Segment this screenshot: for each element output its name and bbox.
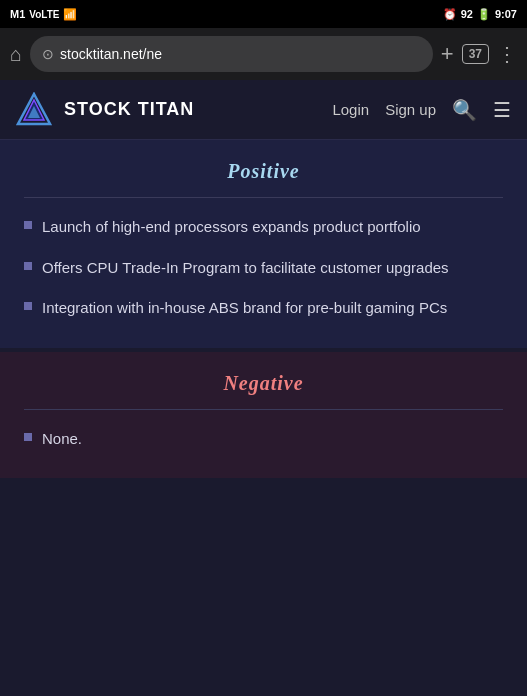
network-icon: VoLTE <box>29 9 59 20</box>
signup-link[interactable]: Sign up <box>385 101 436 118</box>
add-tab-button[interactable]: + <box>441 41 454 67</box>
brand-name: STOCK TITAN <box>64 99 320 120</box>
nav-links: Login Sign up 🔍 ☰ <box>332 98 511 122</box>
list-item: None. <box>24 428 503 451</box>
positive-bullet-1: Launch of high-end processors expands pr… <box>42 216 421 239</box>
list-item: Offers CPU Trade-In Program to facilitat… <box>24 257 503 280</box>
time-text: 9:07 <box>495 8 517 20</box>
alarm-icon: ⏰ <box>443 8 457 21</box>
battery-icon: 🔋 <box>477 8 491 21</box>
positive-bullet-list: Launch of high-end processors expands pr… <box>24 216 503 320</box>
positive-bullet-3: Integration with in-house ABS brand for … <box>42 297 447 320</box>
url-text: stocktitan.net/ne <box>60 46 162 62</box>
url-bar[interactable]: ⊙ stocktitan.net/ne <box>30 36 433 72</box>
bullet-icon <box>24 433 32 441</box>
browser-actions: + 37 ⋮ <box>441 41 517 67</box>
navbar: STOCK TITAN Login Sign up 🔍 ☰ <box>0 80 527 140</box>
browser-menu-icon[interactable]: ⋮ <box>497 42 517 66</box>
home-icon[interactable]: ⌂ <box>10 43 22 66</box>
tab-count[interactable]: 37 <box>462 44 489 64</box>
status-left: M1 VoLTE 📶 <box>10 8 77 21</box>
search-icon[interactable]: 🔍 <box>452 98 477 122</box>
positive-section: Positive Launch of high-end processors e… <box>0 140 527 352</box>
positive-title: Positive <box>24 160 503 183</box>
carrier-text: M1 <box>10 8 25 20</box>
bullet-icon <box>24 302 32 310</box>
battery-text: 92 <box>461 8 473 20</box>
negative-divider <box>24 409 503 410</box>
negative-bullet-1: None. <box>42 428 82 451</box>
positive-bullet-2: Offers CPU Trade-In Program to facilitat… <box>42 257 449 280</box>
logo-icon <box>16 92 52 128</box>
status-right: ⏰ 92 🔋 9:07 <box>443 8 517 21</box>
bullet-icon <box>24 221 32 229</box>
list-item: Integration with in-house ABS brand for … <box>24 297 503 320</box>
positive-divider <box>24 197 503 198</box>
login-link[interactable]: Login <box>332 101 369 118</box>
menu-icon[interactable]: ☰ <box>493 98 511 122</box>
negative-bullet-list: None. <box>24 428 503 451</box>
signal-icon: 📶 <box>63 8 77 21</box>
bullet-icon <box>24 262 32 270</box>
status-bar: M1 VoLTE 📶 ⏰ 92 🔋 9:07 <box>0 0 527 28</box>
content: Positive Launch of high-end processors e… <box>0 140 527 478</box>
negative-section: Negative None. <box>0 352 527 479</box>
list-item: Launch of high-end processors expands pr… <box>24 216 503 239</box>
negative-title: Negative <box>24 372 503 395</box>
browser-chrome: ⌂ ⊙ stocktitan.net/ne + 37 ⋮ <box>0 28 527 80</box>
site-info-icon[interactable]: ⊙ <box>42 46 54 62</box>
